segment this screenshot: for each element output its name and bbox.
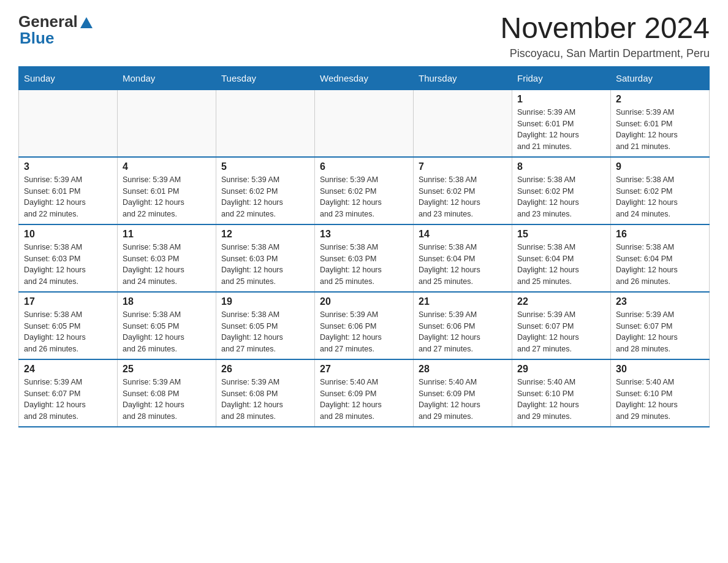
day-info: Sunrise: 5:39 AM Sunset: 6:07 PM Dayligh… bbox=[517, 309, 605, 355]
day-number: 13 bbox=[320, 229, 408, 240]
calendar-cell bbox=[216, 90, 315, 157]
day-info: Sunrise: 5:38 AM Sunset: 6:05 PM Dayligh… bbox=[24, 309, 112, 355]
logo-triangle-icon bbox=[80, 17, 93, 28]
logo: General Blue bbox=[18, 12, 93, 48]
calendar-cell: 22Sunrise: 5:39 AM Sunset: 6:07 PM Dayli… bbox=[512, 292, 611, 359]
weekday-header-thursday: Thursday bbox=[414, 66, 512, 90]
day-info: Sunrise: 5:38 AM Sunset: 6:05 PM Dayligh… bbox=[123, 309, 211, 355]
calendar-cell: 17Sunrise: 5:38 AM Sunset: 6:05 PM Dayli… bbox=[19, 292, 118, 359]
calendar-table: SundayMondayTuesdayWednesdayThursdayFrid… bbox=[18, 66, 710, 427]
day-info: Sunrise: 5:39 AM Sunset: 6:02 PM Dayligh… bbox=[221, 174, 309, 220]
day-info: Sunrise: 5:39 AM Sunset: 6:06 PM Dayligh… bbox=[419, 309, 507, 355]
weekday-header-wednesday: Wednesday bbox=[315, 66, 414, 90]
weekday-header-row: SundayMondayTuesdayWednesdayThursdayFrid… bbox=[19, 66, 710, 90]
calendar-cell: 18Sunrise: 5:38 AM Sunset: 6:05 PM Dayli… bbox=[118, 292, 216, 359]
calendar-week-2: 3Sunrise: 5:39 AM Sunset: 6:01 PM Daylig… bbox=[19, 157, 710, 224]
day-number: 16 bbox=[616, 229, 704, 240]
calendar-cell: 26Sunrise: 5:39 AM Sunset: 6:08 PM Dayli… bbox=[216, 359, 315, 427]
day-number: 14 bbox=[419, 229, 507, 240]
calendar-cell: 3Sunrise: 5:39 AM Sunset: 6:01 PM Daylig… bbox=[19, 157, 118, 224]
day-number: 9 bbox=[616, 161, 704, 172]
day-number: 24 bbox=[24, 364, 112, 375]
day-info: Sunrise: 5:38 AM Sunset: 6:02 PM Dayligh… bbox=[419, 174, 507, 220]
day-info: Sunrise: 5:38 AM Sunset: 6:03 PM Dayligh… bbox=[24, 242, 112, 288]
day-number: 21 bbox=[419, 296, 507, 307]
calendar-cell: 1Sunrise: 5:39 AM Sunset: 6:01 PM Daylig… bbox=[512, 90, 611, 157]
day-info: Sunrise: 5:38 AM Sunset: 6:02 PM Dayligh… bbox=[517, 174, 605, 220]
calendar-week-3: 10Sunrise: 5:38 AM Sunset: 6:03 PM Dayli… bbox=[19, 224, 710, 292]
calendar-cell: 15Sunrise: 5:38 AM Sunset: 6:04 PM Dayli… bbox=[512, 224, 611, 292]
day-number: 30 bbox=[616, 364, 704, 375]
day-info: Sunrise: 5:39 AM Sunset: 6:07 PM Dayligh… bbox=[616, 309, 704, 355]
day-number: 27 bbox=[320, 364, 408, 375]
calendar-cell: 2Sunrise: 5:39 AM Sunset: 6:01 PM Daylig… bbox=[611, 90, 710, 157]
weekday-header-tuesday: Tuesday bbox=[216, 66, 315, 90]
day-info: Sunrise: 5:40 AM Sunset: 6:10 PM Dayligh… bbox=[517, 377, 605, 423]
weekday-header-monday: Monday bbox=[118, 66, 216, 90]
calendar-cell bbox=[315, 90, 414, 157]
calendar-cell bbox=[118, 90, 216, 157]
location-title: Piscoyacu, San Martin Department, Peru bbox=[500, 47, 710, 60]
day-number: 3 bbox=[24, 161, 112, 172]
day-info: Sunrise: 5:38 AM Sunset: 6:04 PM Dayligh… bbox=[517, 242, 605, 288]
calendar-week-4: 17Sunrise: 5:38 AM Sunset: 6:05 PM Dayli… bbox=[19, 292, 710, 359]
calendar-cell: 11Sunrise: 5:38 AM Sunset: 6:03 PM Dayli… bbox=[118, 224, 216, 292]
weekday-header-saturday: Saturday bbox=[611, 66, 710, 90]
day-number: 23 bbox=[616, 296, 704, 307]
calendar-cell: 13Sunrise: 5:38 AM Sunset: 6:03 PM Dayli… bbox=[315, 224, 414, 292]
day-number: 15 bbox=[517, 229, 605, 240]
day-number: 26 bbox=[221, 364, 309, 375]
day-number: 28 bbox=[419, 364, 507, 375]
calendar-cell: 4Sunrise: 5:39 AM Sunset: 6:01 PM Daylig… bbox=[118, 157, 216, 224]
calendar-cell: 12Sunrise: 5:38 AM Sunset: 6:03 PM Dayli… bbox=[216, 224, 315, 292]
logo-blue-label: Blue bbox=[18, 29, 54, 48]
calendar-cell: 19Sunrise: 5:38 AM Sunset: 6:05 PM Dayli… bbox=[216, 292, 315, 359]
calendar-cell: 16Sunrise: 5:38 AM Sunset: 6:04 PM Dayli… bbox=[611, 224, 710, 292]
weekday-header-friday: Friday bbox=[512, 66, 611, 90]
day-info: Sunrise: 5:38 AM Sunset: 6:04 PM Dayligh… bbox=[616, 242, 704, 288]
day-number: 12 bbox=[221, 229, 309, 240]
calendar-cell: 23Sunrise: 5:39 AM Sunset: 6:07 PM Dayli… bbox=[611, 292, 710, 359]
calendar-cell: 30Sunrise: 5:40 AM Sunset: 6:10 PM Dayli… bbox=[611, 359, 710, 427]
calendar-cell: 25Sunrise: 5:39 AM Sunset: 6:08 PM Dayli… bbox=[118, 359, 216, 427]
calendar-cell: 21Sunrise: 5:39 AM Sunset: 6:06 PM Dayli… bbox=[414, 292, 512, 359]
calendar-cell: 29Sunrise: 5:40 AM Sunset: 6:10 PM Dayli… bbox=[512, 359, 611, 427]
day-number: 6 bbox=[320, 161, 408, 172]
day-number: 22 bbox=[517, 296, 605, 307]
calendar-week-1: 1Sunrise: 5:39 AM Sunset: 6:01 PM Daylig… bbox=[19, 90, 710, 157]
day-info: Sunrise: 5:39 AM Sunset: 6:06 PM Dayligh… bbox=[320, 309, 408, 355]
day-info: Sunrise: 5:38 AM Sunset: 6:03 PM Dayligh… bbox=[221, 242, 309, 288]
day-number: 7 bbox=[419, 161, 507, 172]
day-info: Sunrise: 5:38 AM Sunset: 6:02 PM Dayligh… bbox=[616, 174, 704, 220]
calendar-cell: 20Sunrise: 5:39 AM Sunset: 6:06 PM Dayli… bbox=[315, 292, 414, 359]
day-info: Sunrise: 5:39 AM Sunset: 6:08 PM Dayligh… bbox=[221, 377, 309, 423]
day-info: Sunrise: 5:39 AM Sunset: 6:08 PM Dayligh… bbox=[123, 377, 211, 423]
header: General Blue November 2024 Piscoyacu, Sa… bbox=[18, 12, 710, 60]
day-number: 8 bbox=[517, 161, 605, 172]
calendar-cell: 6Sunrise: 5:39 AM Sunset: 6:02 PM Daylig… bbox=[315, 157, 414, 224]
month-title: November 2024 bbox=[500, 12, 710, 45]
calendar-cell: 14Sunrise: 5:38 AM Sunset: 6:04 PM Dayli… bbox=[414, 224, 512, 292]
day-number: 11 bbox=[123, 229, 211, 240]
day-info: Sunrise: 5:39 AM Sunset: 6:01 PM Dayligh… bbox=[616, 107, 704, 153]
calendar-cell: 27Sunrise: 5:40 AM Sunset: 6:09 PM Dayli… bbox=[315, 359, 414, 427]
day-number: 18 bbox=[123, 296, 211, 307]
day-number: 29 bbox=[517, 364, 605, 375]
day-info: Sunrise: 5:38 AM Sunset: 6:03 PM Dayligh… bbox=[320, 242, 408, 288]
day-info: Sunrise: 5:39 AM Sunset: 6:07 PM Dayligh… bbox=[24, 377, 112, 423]
calendar-cell: 28Sunrise: 5:40 AM Sunset: 6:09 PM Dayli… bbox=[414, 359, 512, 427]
day-info: Sunrise: 5:39 AM Sunset: 6:01 PM Dayligh… bbox=[517, 107, 605, 153]
calendar-cell: 10Sunrise: 5:38 AM Sunset: 6:03 PM Dayli… bbox=[19, 224, 118, 292]
day-number: 25 bbox=[123, 364, 211, 375]
calendar-week-5: 24Sunrise: 5:39 AM Sunset: 6:07 PM Dayli… bbox=[19, 359, 710, 427]
day-info: Sunrise: 5:40 AM Sunset: 6:09 PM Dayligh… bbox=[320, 377, 408, 423]
calendar-cell: 7Sunrise: 5:38 AM Sunset: 6:02 PM Daylig… bbox=[414, 157, 512, 224]
calendar-cell bbox=[19, 90, 118, 157]
day-number: 20 bbox=[320, 296, 408, 307]
day-number: 19 bbox=[221, 296, 309, 307]
day-info: Sunrise: 5:39 AM Sunset: 6:02 PM Dayligh… bbox=[320, 174, 408, 220]
day-info: Sunrise: 5:39 AM Sunset: 6:01 PM Dayligh… bbox=[123, 174, 211, 220]
calendar-cell: 9Sunrise: 5:38 AM Sunset: 6:02 PM Daylig… bbox=[611, 157, 710, 224]
calendar-cell: 8Sunrise: 5:38 AM Sunset: 6:02 PM Daylig… bbox=[512, 157, 611, 224]
day-number: 2 bbox=[616, 94, 704, 105]
